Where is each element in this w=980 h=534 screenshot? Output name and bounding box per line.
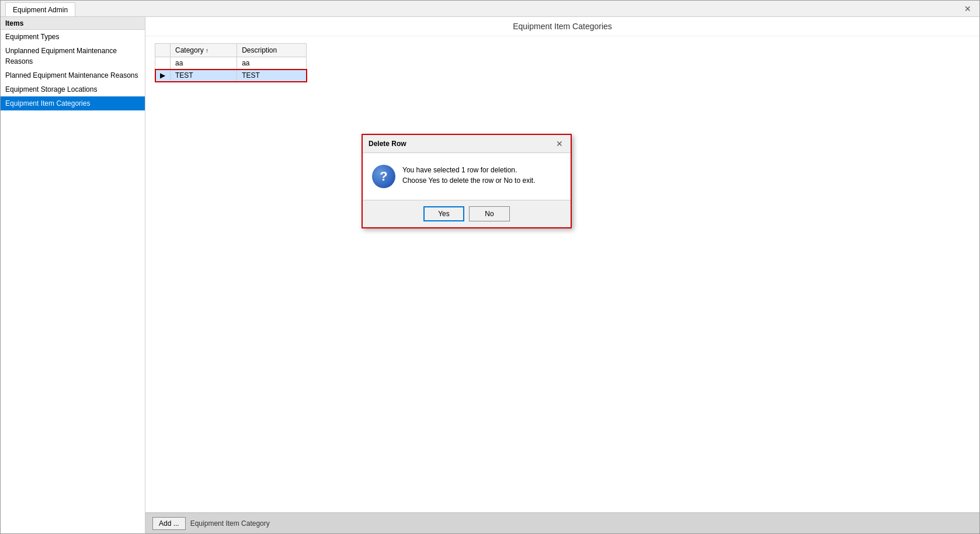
title-bar-tabs: Equipment Admin — [5, 1, 75, 16]
dialog-no-button[interactable]: No — [469, 206, 510, 221]
dialog-title-bar: Delete Row ✕ — [363, 135, 571, 153]
row-indicator-selected: ▶ — [155, 70, 171, 82]
panel-title: Equipment Item Categories — [145, 17, 979, 36]
bottom-category-label: Equipment Item Category — [190, 519, 270, 528]
table-area: Category Description aa aa — [145, 36, 979, 512]
delete-row-dialog: Delete Row ✕ ? You have selected 1 row f… — [362, 134, 572, 228]
table-row[interactable]: aa aa — [155, 57, 307, 70]
add-button[interactable]: Add ... — [152, 517, 186, 530]
tab-label: Equipment Admin — [13, 6, 68, 14]
dialog-question-icon: ? — [372, 165, 395, 188]
main-panel: Equipment Item Categories Category Descr… — [145, 17, 979, 533]
sidebar-item-item-categories[interactable]: Equipment Item Categories — [1, 96, 145, 110]
row-description-selected: TEST — [237, 70, 307, 82]
sidebar: Items Equipment Types Unplanned Equipmen… — [1, 17, 145, 533]
categories-table: Category Description aa aa — [155, 43, 307, 82]
dialog-message: You have selected 1 row for deletion. Ch… — [402, 165, 535, 186]
main-window: Equipment Admin ✕ Items Equipment Types … — [0, 0, 980, 534]
window-close-button[interactable]: ✕ — [961, 3, 975, 15]
sidebar-header: Items — [1, 17, 145, 30]
content-area: Items Equipment Types Unplanned Equipmen… — [1, 17, 979, 533]
col-indicator — [155, 44, 171, 57]
dialog-title: Delete Row — [369, 140, 406, 148]
table-row-selected[interactable]: ▶ TEST TEST — [155, 70, 307, 82]
equipment-admin-tab[interactable]: Equipment Admin — [5, 2, 75, 16]
title-bar: Equipment Admin ✕ — [1, 1, 979, 17]
sidebar-item-equipment-types[interactable]: Equipment Types — [1, 30, 145, 44]
sidebar-item-planned-maintenance[interactable]: Planned Equipment Maintenance Reasons — [1, 68, 145, 82]
row-indicator — [155, 57, 171, 70]
sidebar-item-storage-locations[interactable]: Equipment Storage Locations — [1, 82, 145, 96]
bottom-bar: Add ... Equipment Item Category — [145, 512, 979, 533]
row-description: aa — [237, 57, 307, 70]
dialog-close-button[interactable]: ✕ — [554, 138, 565, 149]
row-category-selected: TEST — [171, 70, 237, 82]
row-category: aa — [171, 57, 237, 70]
col-description[interactable]: Description — [237, 44, 307, 57]
dialog-footer: Yes No — [363, 200, 571, 227]
dialog-yes-button[interactable]: Yes — [423, 206, 464, 221]
dialog-body: ? You have selected 1 row for deletion. … — [363, 153, 571, 200]
col-category[interactable]: Category — [171, 44, 237, 57]
sidebar-item-unplanned-maintenance[interactable]: Unplanned Equipment Maintenance Reasons — [1, 44, 145, 68]
